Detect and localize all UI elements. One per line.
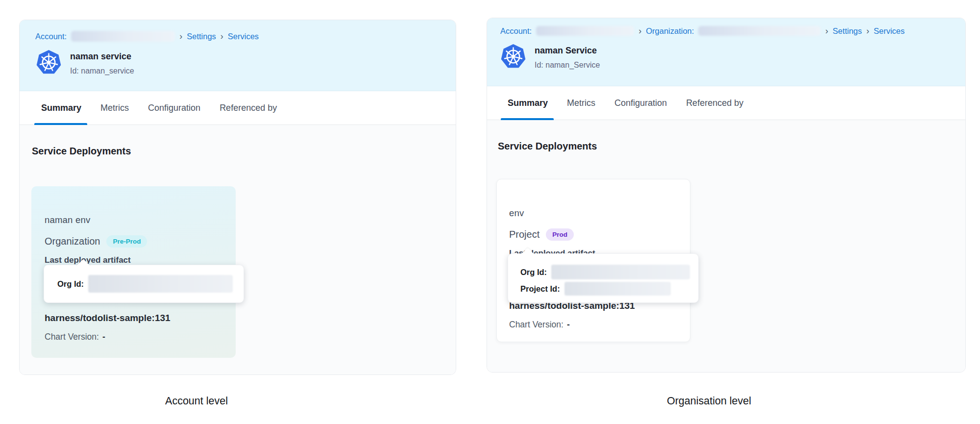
breadcrumb-organization-link[interactable]: Organization: xyxy=(646,26,694,36)
account-id-redacted xyxy=(536,26,634,36)
summary-content: Service Deployments naman env Organizati… xyxy=(20,125,456,374)
project-id-label: Project Id: xyxy=(520,284,560,294)
service-header: naman service Id: naman_service xyxy=(35,50,456,75)
tab-bar: Summary Metrics Configuration Referenced… xyxy=(20,91,456,125)
breadcrumb: Account: › Settings › Services xyxy=(35,31,456,42)
chart-version-row: Chart Version:- xyxy=(45,332,105,342)
env-name: env xyxy=(509,208,690,219)
kubernetes-icon xyxy=(36,50,62,75)
chart-version-value: - xyxy=(102,332,105,342)
tab-metrics[interactable]: Metrics xyxy=(567,86,595,120)
tab-referenced-by[interactable]: Referenced by xyxy=(686,86,743,120)
tab-summary[interactable]: Summary xyxy=(508,86,548,120)
tab-metrics[interactable]: Metrics xyxy=(100,91,129,125)
env-scope-row[interactable]: Project Prod xyxy=(509,228,690,241)
obscured-artifact-text: Last deployed artifact xyxy=(45,255,236,265)
tab-bar: Summary Metrics Configuration Referenced… xyxy=(487,86,965,120)
artifact-name: harness/todolist-sample:131 xyxy=(45,313,171,324)
caption-organisation-level: Organisation level xyxy=(655,395,763,407)
org-id-label: Org Id: xyxy=(520,268,547,277)
panel-organisation-level: Account: › Organization: › Settings › Se… xyxy=(487,18,966,373)
tab-summary[interactable]: Summary xyxy=(41,91,81,125)
tab-configuration[interactable]: Configuration xyxy=(614,86,667,120)
scope-tooltip: Org Id: xyxy=(44,265,244,303)
breadcrumb: Account: › Organization: › Settings › Se… xyxy=(500,26,965,36)
breadcrumb-settings-link[interactable]: Settings xyxy=(833,26,862,36)
kubernetes-icon xyxy=(500,44,526,70)
breadcrumb-settings-link[interactable]: Settings xyxy=(187,32,216,41)
org-id-redacted xyxy=(551,265,690,279)
org-id-label: Org Id: xyxy=(57,279,84,289)
breadcrumb-separator: › xyxy=(638,27,641,35)
service-id: Id: naman_Service xyxy=(535,61,600,70)
env-scope-row[interactable]: Organization Pre-Prod xyxy=(45,235,236,248)
breadcrumb-separator: › xyxy=(220,32,223,40)
page: Account: › Settings › Services xyxy=(0,0,980,424)
breadcrumb-separator: › xyxy=(179,32,182,40)
organization-id-redacted xyxy=(698,26,821,36)
scope-label: Project xyxy=(509,229,539,240)
service-header: naman Service Id: naman_Service xyxy=(500,44,965,70)
chart-version-label: Chart Version: xyxy=(45,332,99,342)
breadcrumb-account-link[interactable]: Account: xyxy=(35,32,67,41)
panel-header: Account: › Settings › Services xyxy=(20,20,456,91)
tab-configuration[interactable]: Configuration xyxy=(148,91,200,125)
section-title: Service Deployments xyxy=(498,141,597,152)
tab-referenced-by[interactable]: Referenced by xyxy=(220,91,277,125)
env-name: naman env xyxy=(45,215,236,225)
section-title: Service Deployments xyxy=(32,146,131,157)
scope-label: Organization xyxy=(45,236,100,247)
chart-version-value: - xyxy=(567,320,570,329)
scope-tooltip: Org Id: Project Id: xyxy=(508,253,699,303)
panel-header: Account: › Organization: › Settings › Se… xyxy=(487,18,965,86)
summary-content: Service Deployments env Project Prod Las… xyxy=(487,120,965,372)
org-id-redacted xyxy=(88,275,233,293)
panel-account-level: Account: › Settings › Services xyxy=(19,20,456,375)
env-type-badge: Prod xyxy=(546,228,574,241)
env-type-badge: Pre-Prod xyxy=(106,235,147,248)
project-id-redacted xyxy=(564,282,671,296)
breadcrumb-account-link[interactable]: Account: xyxy=(500,26,532,36)
caption-account-level: Account level xyxy=(155,395,238,407)
service-name: naman Service xyxy=(535,46,600,56)
breadcrumb-separator: › xyxy=(825,27,828,35)
account-id-redacted xyxy=(71,31,175,42)
breadcrumb-services-link[interactable]: Services xyxy=(228,32,259,41)
chart-version-row: Chart Version:- xyxy=(509,320,570,330)
service-name: naman service xyxy=(70,51,134,62)
chart-version-label: Chart Version: xyxy=(509,320,564,329)
breadcrumb-separator: › xyxy=(866,27,869,35)
service-id: Id: naman_service xyxy=(70,67,134,75)
breadcrumb-services-link[interactable]: Services xyxy=(874,26,905,36)
